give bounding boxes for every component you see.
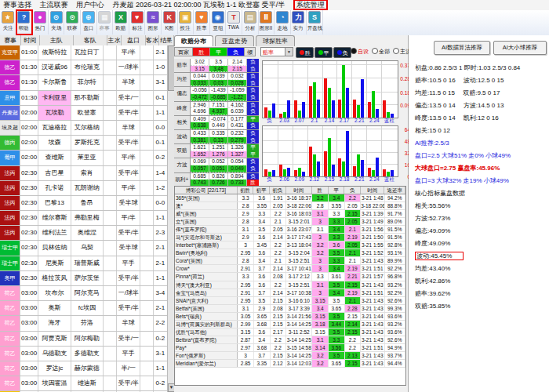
table-row[interactable]: 法丙02:30维尔赛斯弗勒里梅平/半1-1 [0, 211, 168, 226]
table-row[interactable]: 德乙01:30汉诺威96布伦瑞克一/球半1-0 [0, 60, 168, 75]
ai-algorithm-recommend-button[interactable]: AI数据算法推荐 [434, 41, 490, 55]
league-badge: 法丙 [0, 196, 20, 210]
bookmaker-row[interactable]: Meridian*(爱尔兰)2.853.352.123-14 12:033.23… [175, 360, 405, 368]
menu-item-system-manage[interactable]: 系统管理 [293, 0, 328, 10]
table-row[interactable]: 意甲01:30卡利亚里那不勒斯受半/一0-1 [0, 91, 168, 106]
toolbar-button-开盘线[interactable]: S开盘线 [307, 10, 323, 34]
toolbar-button-胜率[interactable]: ♥胜率 [194, 10, 210, 34]
table-row[interactable]: 荷乙03:00奥斯fc埃因受平/半2-1 [0, 301, 168, 316]
table-row[interactable]: 法丙02:30吉巴星索肖受平/半1-4 [0, 166, 168, 181]
table-row[interactable]: 荷乙03:00乌德勒支多德勒支平手3-1 [0, 347, 168, 361]
table-row[interactable]: 法丙02:30维利法兰奥维涅受平/半2-3 [0, 226, 168, 241]
table-row[interactable]: 德丙02:00埃森罗斯托克受平/半0-1 [0, 136, 168, 151]
toolbar-button-走地[interactable]: ◔走地 [274, 10, 291, 34]
toolbar-button-投注[interactable]: ▣投注 [178, 10, 195, 34]
table-row[interactable]: 瑞士甲02:30贝林佐纳乌契受半球2-1 [0, 241, 168, 256]
match-time: 02:30 [20, 181, 38, 195]
toolbar-button-赛事[interactable]: ▦赛事 [97, 10, 114, 34]
handicap: 半球 [117, 75, 140, 89]
table-row[interactable]: 德乙01:30卡尔斯鲁菲尔特半球3-1 [0, 75, 168, 90]
table-row[interactable]: 荷乙03:00罗达jc赫尔蒙德半/一1-1 [0, 361, 168, 376]
table-row[interactable]: 克亚甲01:00依斯特拉瓦拉日丁平/半2-1 [0, 45, 168, 60]
menu-item-main-leagues[interactable]: 主流联赛 [40, 1, 68, 9]
bookmaker-row[interactable]: SNAI*(意大利)2.953.52.153-16 6:103.153.52.1… [175, 297, 405, 305]
radio-全部[interactable]: 全部 [372, 47, 390, 56]
toolbar-button-K图[interactable]: KK图 [162, 10, 178, 34]
live-win: 3 [312, 265, 329, 272]
bookmaker-row[interactable]: 金宝*(马恩岛)2.913.72.143-17 10:3833.42.193-2… [175, 289, 405, 297]
radio-自设[interactable]: 自设 [351, 47, 369, 56]
hot-ball-icon: ● [34, 11, 46, 24]
toolbar-button-图形II[interactable]: Ⅱ图形II [259, 10, 275, 34]
bookmaker-row[interactable]: Crow*2.913.72.143-17 10:4133.42.193-21 1… [175, 265, 405, 273]
match-time: 02:30 [20, 166, 38, 180]
bookmaker-row[interactable]: 澳*2.83.552.053-18 22:062.83.552.053-18 2… [175, 202, 405, 210]
bookmaker-row[interactable]: 博天*(澳大利亚)2.953.62.23-15 2:513.13.52.153-… [175, 281, 405, 289]
bookmaker-row[interactable]: 马博*(荷属安的列斯群岛)2.993.682.153-14 14:253.183… [175, 321, 405, 328]
chevron-down-icon[interactable]: ▼ [285, 48, 293, 56]
bookmaker-row[interactable]: Betfai*(英国)3.12.92.083-17 3:393.43.652.2… [175, 305, 405, 313]
match-time: 03:00 [20, 316, 38, 330]
bookmaker-row[interactable]: 365*(英国)3.33.61.913-16 18:373.23.42.23-2… [175, 194, 405, 202]
bookmaker-row[interactable]: 伟*(直布罗陀)3.13.52.053-16 23:073.13.42.13-2… [175, 226, 405, 234]
bookmaker-row[interactable]: Pinna*(荷兰)3.33.62.083-17 2:123.33.612.21… [175, 273, 405, 281]
table-row[interactable]: 瑞士甲02:30尼奥斯瑞普斯威平手2-1 [0, 256, 168, 271]
bookmaker-row[interactable]: Cora*(英国)2.83.42.13-15 2:5133.32.13-21 1… [175, 257, 405, 265]
match-result: 0-2 [154, 376, 168, 390]
toggle-负[interactable]: 负 [333, 47, 351, 58]
bookmaker-row[interactable]: 立*(英国)2.83.42.13-15 2:0133.32.053-21 1:4… [175, 218, 405, 226]
toolbar-button-TWA[interactable]: TTWA [226, 10, 242, 34]
toggle-平[interactable]: 平 [314, 47, 333, 58]
x-tick-label: 蓝柱 [382, 176, 397, 183]
table-row[interactable]: 法丙02:30巴黎13鲁昂受半球0-0 [0, 196, 168, 211]
toolbar-button-标注[interactable]: ♥标注 [129, 10, 146, 34]
toolbar-button-盘口[interactable]: ⊕盘口 [81, 10, 97, 34]
toolbar-button-亚组[interactable]: ◉亚组 [210, 10, 227, 34]
menu-item-match-select[interactable]: 赛事选择 [3, 1, 31, 9]
bookmaker-row[interactable]: Interbet*(塞浦路斯)33.452.23-13 18:043.23.62… [175, 241, 405, 249]
match-table-scrollbar[interactable]: ▼ [167, 45, 174, 392]
table-row[interactable]: 荷乙03:00海牙芬洛半球2-2 [0, 316, 168, 331]
bookmaker-row[interactable]: Bets*(瑞典)3.053.652.153-14 21:563.153.52.… [175, 313, 405, 321]
return-rate: 92.2% [385, 289, 405, 296]
toolbar-button-欧赔[interactable]: X欧赔 [113, 10, 129, 34]
tab-欧赔分布[interactable]: 欧赔分布 [174, 35, 213, 46]
bookmaker-row[interactable]: Bwin*(奥地利)2.953.62.23-15 2:043.23.52.13-… [175, 249, 405, 257]
bookmaker-row[interactable]: Pay*2.973.682.23-15 14:583.143.562.23-21… [175, 344, 405, 352]
table-row[interactable]: 丹麦超02:00瓦埃勒欧登塞受平/半1-1 [0, 106, 168, 121]
toolbar-button-夹场[interactable]: ⊙夹场 [49, 10, 65, 34]
table-row[interactable]: 葡甲02:00查维斯莱里亚平/半0-2 [0, 151, 168, 165]
toggle-胜[interactable]: 胜 [296, 47, 314, 58]
table-row[interactable]: 法丙02:30孔卡诺瓦朗谢纳平/半1-2 [0, 181, 168, 196]
toolbar-button-分析[interactable]: ▤分析 [242, 10, 259, 34]
table-row[interactable]: 荷乙03:00坎布尔阿尔克马一/球半3-4 [0, 286, 168, 301]
match-result: 2-3 [154, 226, 168, 240]
match-result: 3-4 [154, 286, 168, 300]
tab-球探胜率[interactable]: 球探胜率 [256, 35, 295, 46]
tab-亚盘走势[interactable]: 亚盘走势 [215, 35, 254, 46]
bookmaker-row[interactable]: 马*(安道尔和哥斯达)2.93.62.143-17 17:4333.32.193… [175, 234, 405, 241]
bookmaker-row[interactable]: Fon*(俄罗斯)33.72.153-14 14:253.23.52.133-2… [175, 352, 405, 360]
table-row[interactable]: 荷乙03:00阿贾克斯阿尔梅勒受半/一0-2 [0, 332, 168, 347]
ai-over-under-recommend-button[interactable]: AI大小球推荐 [493, 41, 547, 55]
toolbar-button-关注[interactable]: ★关注 [0, 10, 16, 34]
table-row[interactable]: 奥甲02:30格拉茨风萨尔茨堡受平/半1-1 [0, 271, 168, 286]
table-row[interactable]: 荷乙03:00埃因霍温维迪斯受平/半0-2 [0, 376, 168, 391]
toolbar-button-联赛[interactable]: ⊙联赛 [64, 10, 81, 34]
bookmaker-row[interactable]: Betbra*(直布罗陀)2.873.42.23-14 14:253.13.32… [175, 336, 405, 344]
toolbar-button-帮助[interactable]: ?帮助 [16, 10, 33, 34]
table-row[interactable]: 埃及超02:00瓦迪格拉艾尔格纳半球0-0 [0, 121, 168, 136]
handicap: 平手 [117, 347, 140, 361]
menu-item-user-center[interactable]: 用户中心 [76, 1, 104, 9]
bookmaker-row[interactable]: 威*(英国)2.93.32.23-16 18:033.13.32.153-21 … [175, 210, 405, 218]
tendency-cell: 负 [247, 80, 259, 87]
toolbar-button-图形[interactable]: ≈图形 [145, 10, 162, 34]
bookmaker-row[interactable]: 优胜*(马耳他)3.153.62.173-11 2:523.153.52.153… [175, 328, 405, 336]
live-draw: 3.3 [329, 336, 345, 343]
bookmaker-odds-table: 博彩公司 [22/173]初胜初平初负时间胜平负时间返还率 365*(英国)3.… [174, 186, 406, 386]
away-water [140, 316, 153, 330]
toolbar-button-实力[interactable]: 力实力 [291, 10, 307, 34]
metric-dropdown[interactable]: 赔率 ▼ [260, 47, 293, 56]
toolbar-button-热门[interactable]: ●热门 [32, 10, 49, 34]
x-tick-label: 负 [262, 118, 277, 124]
